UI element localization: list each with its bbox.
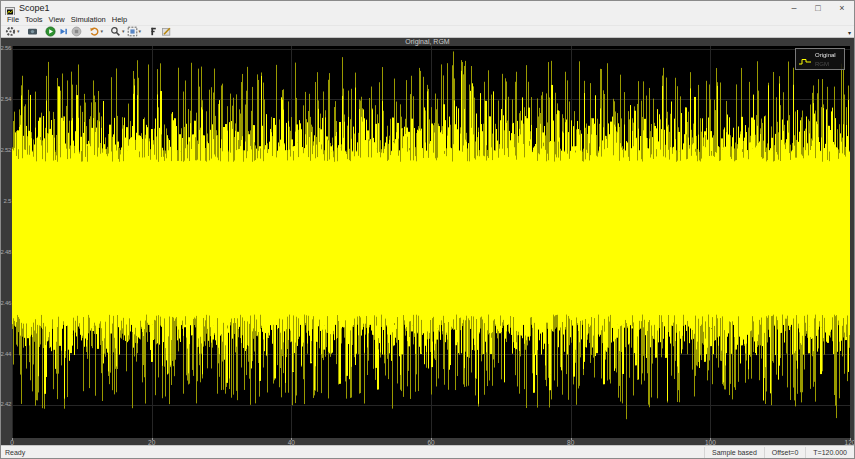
y-tick-label: 2.48 [1,249,11,255]
status-sample-mode: Sample based [704,447,764,458]
y-tick-label: 2.56 [1,45,11,51]
scope-plot-canvas[interactable] [12,46,850,438]
simulation-stepping-button[interactable]: ▾ [88,26,105,37]
status-bar: Ready Sample based Offset=0 T=120.000 [1,445,854,458]
menu-simulation[interactable]: Simulation [68,15,109,25]
chevron-down-icon: ▾ [122,26,125,37]
legend-item-original[interactable]: Original [798,50,842,59]
y-axis-labels: 2.562.542.522.52.482.462.442.42 [1,46,12,438]
scope-window: Scope1 – □ × FileToolsViewSimulationHelp… [0,0,855,459]
y-tick-label: 2.42 [1,401,11,407]
step-forward-button[interactable] [57,26,70,37]
rgm-signal-icon [798,60,812,67]
close-button[interactable]: × [830,1,854,15]
status-time: T=120.000 [805,447,854,458]
original-signal-icon [798,51,812,58]
menu-file[interactable]: File [4,15,22,25]
y-tick-label: 2.54 [1,96,11,102]
chevron-down-icon: ▾ [101,26,104,37]
legend[interactable]: Original RGM [795,48,845,70]
menu-view[interactable]: View [46,15,68,25]
maximize-button[interactable]: □ [806,1,830,15]
y-tick-label: 2.44 [1,351,11,357]
y-tick-label: 2.52 [1,147,11,153]
scope-display: Original, RGM 2.562.542.522.52.482.462.4… [1,38,854,447]
legend-item-rgm[interactable]: RGM [798,59,842,68]
run-button[interactable] [44,26,57,37]
scale-axes-button[interactable]: ▾ [126,26,143,37]
toolbar: ▾▾▾▾▾ [1,25,854,38]
zoom-button[interactable]: ▾ [109,26,126,37]
y-tick-label: 2.46 [1,300,11,306]
measurements-button[interactable] [160,26,173,37]
y-tick-label: 2.5 [4,198,11,204]
legend-label-rgm: RGM [815,61,829,67]
legend-label-original: Original [815,52,836,58]
menu-bar: FileToolsViewSimulationHelp [1,15,854,25]
window-title: Scope1 [19,3,50,13]
menu-tools[interactable]: Tools [22,15,46,25]
configuration-properties-button[interactable]: ▾ [4,26,21,37]
plot-title: Original, RGM [1,38,854,46]
chevron-down-icon: ▾ [17,26,20,37]
plot-axes: Original RGM [12,46,850,438]
menu-help[interactable]: Help [109,15,130,25]
title-bar: Scope1 – □ × [1,1,854,15]
toolbar-overflow-icon[interactable]: ▾ [848,29,851,36]
chevron-down-icon: ▾ [139,26,142,37]
scope-app-icon [5,3,15,13]
minimize-button[interactable]: – [782,1,806,15]
status-offset: Offset=0 [764,447,806,458]
highlight-block-button[interactable] [26,26,39,37]
triggers-button[interactable] [147,26,160,37]
status-ready: Ready [1,449,704,456]
stop-button[interactable] [70,26,83,37]
